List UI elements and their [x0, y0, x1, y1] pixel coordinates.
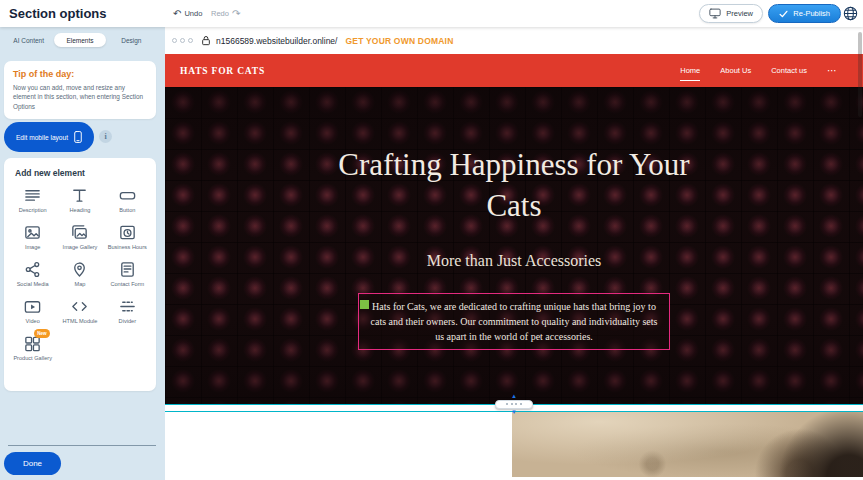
element-item-map[interactable]: Map	[56, 260, 103, 288]
element-item-html-module[interactable]: HTML Module	[56, 297, 103, 325]
element-item-contact-form[interactable]: Contact Form	[104, 260, 151, 288]
sidebar-tabs: AI Content Elements Design	[3, 33, 157, 47]
site-nav: Home About Us Contact us ⋯	[680, 66, 837, 76]
element-grid: Description Heading Button	[9, 186, 151, 362]
scrollbar[interactable]	[858, 32, 862, 117]
element-item-image[interactable]: Image	[9, 223, 56, 251]
business-hours-icon	[117, 223, 137, 242]
site-url: n1566589.websitebuilder.online/	[216, 36, 337, 46]
map-pin-icon	[70, 260, 90, 279]
nav-item-contact-us[interactable]: Contact us	[771, 66, 807, 75]
button-icon	[117, 186, 137, 205]
add-element-panel: Add new element Description Heading Butt…	[4, 158, 156, 391]
nav-item-about-us[interactable]: About Us	[720, 66, 751, 75]
element-item-description[interactable]: Description	[9, 186, 56, 214]
hero-section[interactable]: Crafting Happiness for Your Cats More th…	[165, 87, 863, 404]
resize-grip	[495, 400, 533, 409]
globe-icon[interactable]	[843, 6, 858, 21]
divider-icon	[117, 297, 137, 316]
element-item-product-gallery[interactable]: New Product Gallery	[9, 334, 56, 362]
done-button[interactable]: Done	[4, 452, 61, 475]
site-logo[interactable]: Hats for Cats	[180, 66, 265, 76]
share-icon	[23, 260, 43, 279]
sidebar: AI Content Elements Design Tip of the da…	[0, 27, 165, 480]
preview-button[interactable]: Preview	[699, 4, 763, 23]
browser-bar: n1566589.websitebuilder.online/ GET YOUR…	[165, 27, 863, 54]
site-preview: n1566589.websitebuilder.online/ GET YOUR…	[165, 27, 863, 480]
tip-card: Tip of the day: Now you can add, move an…	[4, 61, 156, 119]
topbar: Section options ↶ Undo Redo ↷ Preview Re…	[0, 0, 863, 27]
tip-title: Tip of the day:	[13, 69, 147, 79]
get-domain-link[interactable]: GET YOUR OWN DOMAIN	[345, 36, 453, 46]
code-icon	[70, 297, 90, 316]
arrow-down-icon: ▼	[511, 409, 517, 416]
tab-ai-content[interactable]: AI Content	[3, 33, 54, 47]
undo-button[interactable]: ↶ Undo	[173, 0, 202, 27]
image-icon	[23, 223, 43, 242]
image-gallery-icon	[70, 223, 90, 242]
republish-button[interactable]: Re-Publish	[768, 4, 841, 23]
check-icon	[779, 10, 788, 18]
element-item-video[interactable]: Video	[9, 297, 56, 325]
text-lines-icon	[23, 186, 43, 205]
product-gallery-icon: New	[23, 334, 43, 353]
sidebar-divider	[8, 445, 156, 446]
hero-subheading[interactable]: More than Just Accessories	[165, 252, 863, 270]
undo-icon: ↶	[173, 9, 181, 19]
arrow-up-icon: ▲	[511, 393, 517, 400]
tab-elements[interactable]: Elements	[54, 33, 105, 47]
nav-more-icon[interactable]: ⋯	[827, 66, 837, 76]
tab-design[interactable]: Design	[106, 33, 157, 47]
next-section-image[interactable]	[512, 412, 863, 477]
edit-mobile-layout-button[interactable]: Edit mobile layout	[4, 122, 94, 152]
monitor-icon	[709, 8, 721, 19]
info-icon[interactable]: i	[99, 130, 112, 143]
add-element-title: Add new element	[15, 168, 151, 178]
heading-icon	[70, 186, 90, 205]
lock-icon	[201, 35, 211, 46]
new-badge: New	[34, 329, 49, 338]
element-item-social-media[interactable]: Social Media	[9, 260, 56, 288]
section-resize-handle[interactable]: ▲ ▼	[495, 393, 533, 415]
element-item-divider[interactable]: Divider	[104, 297, 151, 325]
window-dots-icon	[172, 38, 193, 43]
page-title: Section options	[9, 6, 107, 21]
site-header: Hats for Cats Home About Us Contact us ⋯	[165, 54, 863, 87]
element-drag-handle[interactable]	[360, 300, 369, 309]
element-item-heading[interactable]: Heading	[56, 186, 103, 214]
element-item-image-gallery[interactable]: Image Gallery	[56, 223, 103, 251]
next-section	[165, 412, 863, 477]
phone-icon	[74, 130, 82, 144]
hero-heading[interactable]: Crafting Happiness for Your Cats	[329, 145, 699, 227]
video-icon	[23, 297, 43, 316]
redo-icon: ↷	[232, 9, 240, 19]
redo-button[interactable]: Redo ↷	[211, 0, 240, 27]
nav-item-home[interactable]: Home	[680, 66, 700, 75]
tip-body: Now you can add, move and resize any ele…	[13, 83, 147, 111]
element-item-business-hours[interactable]: Business Hours	[104, 223, 151, 251]
hero-paragraph[interactable]: Hats for Cats, we are dedicated to craft…	[358, 293, 670, 350]
form-icon	[117, 260, 137, 279]
element-item-button[interactable]: Button	[104, 186, 151, 214]
